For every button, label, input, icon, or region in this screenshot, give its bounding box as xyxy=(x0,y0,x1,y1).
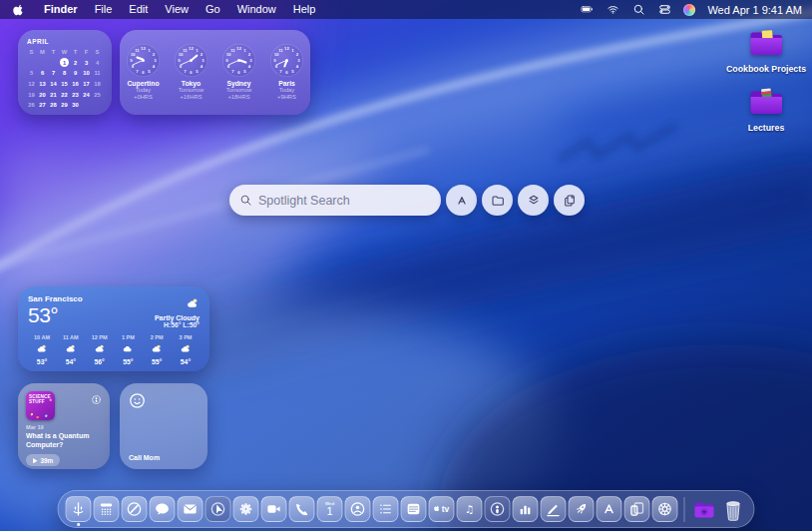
calendar-icon: Wed1 xyxy=(317,496,343,522)
calendar-day: 30 xyxy=(70,100,81,111)
clock-offset-label: +16HRS xyxy=(180,94,202,101)
dock-notes[interactable] xyxy=(401,496,427,522)
smiley-icon xyxy=(128,396,147,413)
dock-reminders[interactable] xyxy=(373,496,399,522)
siri-icon[interactable] xyxy=(683,4,695,16)
dock-facetime[interactable] xyxy=(261,496,287,522)
dock-safari[interactable] xyxy=(122,496,148,522)
dock-stocks[interactable] xyxy=(513,496,539,522)
calendar-day: 11 xyxy=(92,68,103,79)
dock-music[interactable]: ♫ xyxy=(457,496,483,522)
calendar-day: 25 xyxy=(92,89,103,100)
reminder-widget[interactable]: Call Mom xyxy=(120,383,207,469)
photos-icon xyxy=(233,496,259,522)
menu-window[interactable]: Window xyxy=(237,0,276,19)
dock-app-store[interactable] xyxy=(597,496,622,522)
spotlight-filter-files[interactable] xyxy=(482,185,513,216)
clock-sydney: 123456789101112SydneyTomorrow+18HRS xyxy=(219,44,259,101)
spotlight-row xyxy=(229,185,585,216)
dock-freeform[interactable] xyxy=(541,496,567,522)
calendar-day: 5 xyxy=(26,68,37,79)
music-icon: ♫ xyxy=(457,496,483,522)
podcast-episode-title: What is a Quantum Computer? xyxy=(26,431,102,449)
trash-icon xyxy=(720,496,747,523)
dock-calendar[interactable]: Wed1 xyxy=(317,496,343,522)
clock-tokyo: 123456789101112TokyoTomorrow+16HRS xyxy=(172,44,211,101)
desktop-icon-cookbook-projects[interactable]: Cookbook Projects xyxy=(720,28,812,74)
dock-photos[interactable] xyxy=(233,496,259,522)
menu-go[interactable]: Go xyxy=(205,0,220,19)
calendar-day xyxy=(26,58,37,69)
menu-view[interactable]: View xyxy=(165,0,189,19)
search-icon xyxy=(239,194,252,207)
podcast-duration: 39m xyxy=(41,457,54,464)
dock-trash[interactable] xyxy=(720,496,747,523)
weather-high-low: H:56° L:50° xyxy=(164,321,200,328)
menu-finder[interactable]: Finder xyxy=(44,0,78,19)
clock-day-label: Today xyxy=(279,87,294,94)
spotlight-filter-app-store[interactable] xyxy=(446,185,477,216)
system-settings-icon xyxy=(652,496,678,522)
weather-hourly-forecast: 10 AM53°11 AM54°12 PM56°1 PM55°2 PM55°3 … xyxy=(28,334,200,365)
dock-rocket[interactable] xyxy=(569,496,595,522)
dock-podcasts[interactable] xyxy=(485,496,511,522)
stocks-icon xyxy=(513,496,539,522)
dock-apple-tv[interactable]: tv xyxy=(429,496,455,522)
partly-cloudy-icon xyxy=(151,340,163,358)
battery-icon[interactable] xyxy=(580,3,595,16)
phone-icon xyxy=(289,496,315,522)
clock-face: 123456789101112 xyxy=(270,44,303,77)
dock-mail[interactable] xyxy=(178,496,203,522)
spotlight-search-bar[interactable] xyxy=(229,185,441,216)
calendar-day: 27 xyxy=(37,100,48,111)
control-center-icon[interactable] xyxy=(657,3,672,16)
podcast-play-button[interactable]: 39m xyxy=(26,454,60,466)
calendar-day: 21 xyxy=(48,89,59,100)
calendar-selected-day: 1 xyxy=(59,58,70,69)
menu-bar: FinderFileEditViewGoWindowHelp Wed Apr 1… xyxy=(0,0,812,19)
world-clock-widget[interactable]: 123456789101112CupertinoToday+0HRS123456… xyxy=(120,30,310,115)
wifi-icon[interactable] xyxy=(606,3,620,16)
calendar-widget[interactable]: APRIL SMTWTFS123456789101112131415161718… xyxy=(18,30,112,115)
partly-cloudy-icon xyxy=(94,340,106,358)
dock-phone[interactable] xyxy=(289,496,315,522)
dock-maps[interactable] xyxy=(205,496,231,522)
dock-system-settings[interactable] xyxy=(652,496,678,522)
menu-edit[interactable]: Edit xyxy=(129,0,148,19)
calendar-day: 7 xyxy=(48,68,59,79)
rocket-icon xyxy=(569,496,595,522)
dock-downloads-folder[interactable] xyxy=(691,496,718,523)
menu-file[interactable]: File xyxy=(95,0,113,19)
downloads-folder-icon xyxy=(691,496,718,523)
weather-widget[interactable]: San Francisco 53° Partly Cloudy H:56° L:… xyxy=(18,286,209,371)
hour-temp: 56° xyxy=(94,358,104,365)
search-icon[interactable] xyxy=(631,3,646,16)
svg-text:♫: ♫ xyxy=(465,503,474,515)
desktop: FinderFileEditViewGoWindowHelp Wed Apr 1… xyxy=(0,0,812,531)
clock-offset-label: +18HRS xyxy=(227,94,249,101)
podcast-widget[interactable]: SCIENCE STUFF Mar 19 What is a Quantum C… xyxy=(18,383,110,469)
apple-menu[interactable] xyxy=(12,3,25,16)
menu-help[interactable]: Help xyxy=(293,0,316,19)
podcast-artwork: SCIENCE STUFF xyxy=(26,391,55,420)
clock-cupertino: 123456789101112CupertinoToday+0HRS xyxy=(124,44,164,101)
clock-city-label: Cupertino xyxy=(127,80,159,87)
weather-hour: 12 PM56° xyxy=(87,334,113,365)
dock-messages[interactable] xyxy=(150,496,176,522)
partly-cloudy-icon xyxy=(65,340,77,358)
spotlight-input[interactable] xyxy=(258,194,431,208)
desktop-icon-lectures[interactable]: Lectures xyxy=(720,87,812,133)
weather-condition: Partly Cloudy xyxy=(155,314,200,321)
dock-finder[interactable] xyxy=(66,496,92,522)
dock-iphone-mirroring[interactable] xyxy=(624,496,650,522)
menu-bar-clock[interactable]: Wed Apr 1 9:41 AM xyxy=(707,4,802,16)
spotlight-filter-clipboard[interactable] xyxy=(554,185,585,216)
podcast-artwork-text: SCIENCE STUFF xyxy=(29,394,53,405)
calendar-day: 3 xyxy=(81,58,92,69)
dock-launchpad[interactable] xyxy=(94,496,120,522)
dock-contacts[interactable] xyxy=(345,496,371,522)
clock-day-label: Today xyxy=(136,87,151,94)
dock: Wed1tv♫ xyxy=(58,490,755,528)
reminder-title: Call Mom xyxy=(129,454,160,461)
spotlight-filter-shortcuts[interactable] xyxy=(518,185,549,216)
